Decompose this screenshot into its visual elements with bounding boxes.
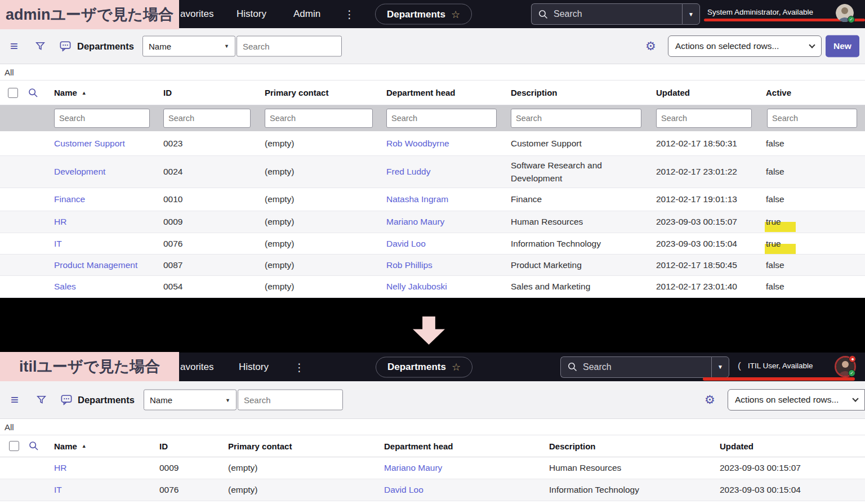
search-field-select[interactable]: Name ▼ (142, 35, 235, 56)
filter-input-department-head[interactable] (386, 109, 497, 128)
new-button[interactable]: New (826, 35, 859, 57)
select-arrow-icon: ▼ (225, 397, 230, 403)
comments-icon[interactable] (61, 395, 72, 405)
more-menu-icon[interactable]: ⋮ (294, 360, 305, 373)
column-header-description[interactable]: Description (549, 435, 714, 457)
dept-link[interactable]: HR (54, 211, 158, 233)
column-header-name[interactable]: Name▲ (54, 81, 158, 105)
dept-link[interactable]: IT (54, 479, 154, 501)
user-status-text[interactable]: ITIL User, Available (748, 362, 813, 370)
filter-input-updated[interactable] (656, 109, 752, 128)
column-search-icon[interactable] (28, 81, 45, 105)
dept-head-link[interactable]: Nelly Jakuboski (386, 276, 505, 297)
user-avatar[interactable]: ✓ (836, 4, 854, 22)
global-search-input[interactable]: Search (531, 3, 682, 25)
favorite-star-icon[interactable]: ☆ (452, 361, 461, 373)
column-header-description[interactable]: Description (511, 81, 650, 105)
active-highlighted: true (766, 211, 859, 233)
dept-link[interactable]: Customer Support (54, 131, 158, 155)
filter-input-primary-contact[interactable] (265, 109, 373, 128)
column-search-icon[interactable] (29, 435, 46, 457)
annotation-itil-label: itilユーザで見た場合 (0, 352, 179, 381)
primary-contact: (empty) (228, 457, 378, 479)
dept-id: 0009 (159, 457, 222, 479)
column-header-id[interactable]: ID (159, 435, 222, 457)
filter-icon[interactable] (35, 41, 46, 51)
select-all-checkbox[interactable] (9, 441, 19, 451)
settings-gear-icon[interactable]: ⚙ (705, 393, 715, 407)
dept-head-link[interactable]: Rob Phillips (386, 255, 505, 275)
menu-hamburger-icon[interactable]: ≡ (10, 38, 18, 54)
dept-head-link[interactable]: Mariano Maury (386, 211, 505, 233)
search-scope-dropdown[interactable]: ▼ (711, 356, 729, 378)
context-pill-departments[interactable]: Departments ☆ (375, 4, 472, 25)
menu-hamburger-icon[interactable]: ≡ (11, 392, 19, 408)
dept-head-link[interactable]: Mariano Maury (384, 457, 543, 479)
global-search-input[interactable]: Search (560, 356, 711, 378)
nav-history[interactable]: History (237, 8, 266, 20)
dept-id: 0076 (163, 233, 259, 254)
search-field-select[interactable]: Name ▼ (144, 390, 237, 411)
search-field-value: Name (150, 395, 172, 405)
user-status-text[interactable]: System Administrator, Available (707, 8, 813, 16)
nav-favorites[interactable]: avorites (180, 8, 214, 20)
dept-link[interactable]: Finance (54, 188, 158, 211)
active: false (766, 156, 859, 188)
clipped-icon: ( (738, 360, 741, 372)
dept-link[interactable]: Development (54, 156, 158, 188)
description: Customer Support (511, 131, 650, 155)
context-pill-departments[interactable]: Departments ☆ (376, 356, 472, 377)
active: false (766, 255, 859, 275)
dept-head-link[interactable]: Fred Luddy (386, 156, 505, 188)
primary-contact: (empty) (228, 479, 378, 501)
dept-link[interactable]: HR (54, 457, 154, 479)
column-header-primary-contact[interactable]: Primary contact (265, 81, 381, 105)
favorite-star-icon[interactable]: ☆ (451, 8, 460, 20)
dept-head-link[interactable]: David Loo (386, 233, 505, 254)
dept-id: 0054 (163, 276, 259, 297)
description: Information Technology (549, 479, 714, 501)
filter-icon[interactable] (36, 395, 47, 405)
filter-input-active[interactable] (767, 109, 857, 128)
actions-select[interactable]: Actions on selected rows... (728, 389, 865, 411)
filter-input-name[interactable] (54, 109, 150, 128)
filter-input-id[interactable] (163, 109, 251, 128)
column-header-department-head[interactable]: Department head (386, 81, 505, 105)
column-header-updated[interactable]: Updated (656, 81, 760, 105)
comments-icon[interactable] (60, 41, 71, 51)
more-menu-icon[interactable]: ⋮ (344, 8, 355, 21)
dept-link[interactable]: Sales (54, 276, 158, 297)
actions-select[interactable]: Actions on selected rows... (668, 35, 822, 57)
column-header-primary-contact[interactable]: Primary contact (228, 435, 378, 457)
column-header-active[interactable]: Active (766, 81, 859, 105)
sort-asc-icon: ▲ (82, 90, 87, 96)
list-search-input[interactable] (238, 390, 343, 411)
dept-link[interactable]: Product Management (54, 255, 158, 275)
user-avatar[interactable]: ✓ (835, 356, 856, 377)
description: Software Research and Development (511, 156, 650, 188)
updated: 2012-02-17 23:01:40 (656, 276, 760, 297)
list-search-input[interactable] (237, 35, 342, 56)
column-header-name[interactable]: Name▲ (54, 435, 154, 457)
column-header-id[interactable]: ID (163, 81, 259, 105)
dept-head-link[interactable]: Rob Woodbyrne (386, 131, 505, 155)
table-row: HR 0009 (empty) Mariano Maury Human Reso… (0, 211, 865, 233)
dept-head-link[interactable]: David Loo (384, 479, 543, 501)
dept-head-link[interactable]: Natasha Ingram (386, 188, 505, 211)
primary-contact: (empty) (265, 156, 381, 188)
breadcrumb-all[interactable]: All (0, 419, 865, 435)
column-header-updated[interactable]: Updated (720, 435, 860, 457)
context-pill-label: Departments (387, 362, 446, 373)
nav-admin[interactable]: Admin (293, 8, 320, 20)
nav-history[interactable]: History (239, 362, 269, 373)
search-field-value: Name (149, 41, 171, 51)
column-header-department-head[interactable]: Department head (384, 435, 543, 457)
settings-gear-icon[interactable]: ⚙ (645, 39, 656, 53)
dept-link[interactable]: IT (54, 233, 158, 254)
select-all-checkbox[interactable] (8, 88, 18, 98)
admin-list-toolbar: ≡ Departments Name ▼ ⚙ Actions on select… (0, 28, 865, 64)
nav-favorites[interactable]: avorites (180, 362, 214, 373)
search-scope-dropdown[interactable]: ▼ (682, 3, 700, 25)
breadcrumb-all[interactable]: All (0, 64, 865, 81)
filter-input-description[interactable] (511, 109, 641, 128)
